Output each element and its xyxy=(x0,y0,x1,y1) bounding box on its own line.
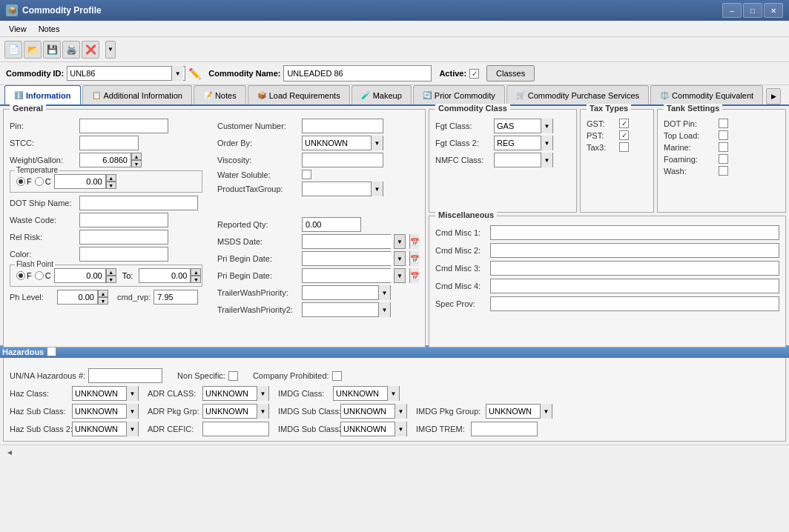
temp-down[interactable]: ▼ xyxy=(106,182,116,189)
flash-c-radio[interactable]: C xyxy=(35,271,51,280)
classes-button[interactable]: Classes xyxy=(486,65,535,82)
adr-pkg-grp-combo[interactable]: UNKNOWN ▼ xyxy=(202,404,269,419)
tab-commodity-purchase[interactable]: 🛒 Commodity Purchase Services xyxy=(506,85,649,104)
flash-to-up[interactable]: ▲ xyxy=(191,268,201,276)
wash-checkbox[interactable] xyxy=(719,166,728,176)
minimize-button[interactable]: – xyxy=(722,3,742,18)
msds-date-cal-btn[interactable]: 📅 xyxy=(409,234,419,249)
pri-begin-date1-cal-btn[interactable]: 📅 xyxy=(409,251,419,266)
commodity-name-input[interactable] xyxy=(283,65,432,82)
tab-notes[interactable]: 📝 Notes xyxy=(194,85,246,104)
status-arrow[interactable]: ◄ xyxy=(6,448,13,456)
new-button[interactable]: 📄 xyxy=(4,41,22,59)
dot-ship-name-input[interactable] xyxy=(79,196,198,210)
flash-to-down[interactable]: ▼ xyxy=(191,276,201,283)
spec-prov-input[interactable] xyxy=(490,296,779,311)
msds-date-picker[interactable]: 📅 xyxy=(302,234,391,249)
adr-class-combo[interactable]: UNKNOWN ▼ xyxy=(202,386,269,401)
top-load-checkbox[interactable] xyxy=(719,130,728,140)
cmd-misc2-input[interactable] xyxy=(490,243,779,258)
commodity-id-input[interactable] xyxy=(67,67,171,80)
pri-begin-date2-cal-btn[interactable]: 📅 xyxy=(409,268,419,283)
print-button[interactable]: 🖨️ xyxy=(62,41,80,59)
tab-load-requirements[interactable]: 📦 Load Requirements xyxy=(248,85,350,104)
active-checkbox[interactable] xyxy=(469,69,479,79)
imgd-trem-input[interactable] xyxy=(471,422,538,436)
nmfc-class-combo[interactable]: ▼ xyxy=(494,153,553,167)
ph-up[interactable]: ▲ xyxy=(98,290,108,297)
trailer-wash-priority2-combo[interactable]: ▼ xyxy=(302,302,391,317)
haz-sub-class2-btn[interactable]: ▼ xyxy=(126,422,138,436)
haz-class-btn[interactable]: ▼ xyxy=(126,386,138,401)
customer-number-input[interactable] xyxy=(302,119,383,133)
tab-information[interactable]: ℹ️ Information xyxy=(4,85,81,104)
ph-down[interactable]: ▼ xyxy=(98,297,108,305)
dot-pin-checkbox[interactable] xyxy=(719,119,728,128)
water-soluble-checkbox[interactable] xyxy=(302,170,311,179)
imdg-sub-class2-btn[interactable]: ▼ xyxy=(394,422,406,436)
un-na-input[interactable] xyxy=(88,368,162,383)
pin-input[interactable] xyxy=(79,119,168,133)
tax3-checkbox[interactable] xyxy=(619,142,629,152)
tab-commodity-equivalent[interactable]: ⚖️ Commodity Equivalent xyxy=(650,85,763,104)
menu-view[interactable]: View xyxy=(3,23,33,35)
pencil-icon[interactable]: ✏️ xyxy=(188,67,201,79)
weight-gallon-input[interactable] xyxy=(79,153,131,167)
delete-button[interactable]: ❌ xyxy=(82,41,99,59)
flash-from-down[interactable]: ▼ xyxy=(106,276,116,283)
cmd-rvp-input[interactable] xyxy=(153,290,198,305)
flash-from-up[interactable]: ▲ xyxy=(106,268,116,276)
nmfc-class-btn[interactable]: ▼ xyxy=(541,153,552,167)
cmd-misc4-input[interactable] xyxy=(490,279,779,293)
open-button[interactable]: 📂 xyxy=(24,41,42,59)
viscosity-input[interactable] xyxy=(302,153,383,167)
tabs-more-button[interactable]: ▶ xyxy=(766,88,781,104)
commodity-id-dropdown-btn[interactable]: ▼ xyxy=(171,66,183,81)
close-button[interactable]: ✕ xyxy=(764,3,783,18)
commodity-id-combo[interactable]: ▼ xyxy=(67,66,185,81)
temp-input[interactable] xyxy=(54,174,106,189)
reported-qty-input[interactable] xyxy=(302,217,361,232)
tab-prior-commodity[interactable]: 🔄 Prior Commodity xyxy=(413,85,505,104)
pri-begin-date2-picker[interactable]: 📅 xyxy=(302,268,391,283)
waste-code-input[interactable] xyxy=(79,213,168,227)
menu-notes[interactable]: Notes xyxy=(33,23,66,35)
gst-checkbox[interactable] xyxy=(619,119,629,128)
imdg-class-btn[interactable]: ▼ xyxy=(387,386,399,401)
stcc-input[interactable] xyxy=(79,136,139,150)
trailer-wash-priority-btn[interactable]: ▼ xyxy=(378,285,390,300)
haz-class-combo[interactable]: UNKNOWN ▼ xyxy=(72,386,139,401)
hazardous-checkbox[interactable] xyxy=(47,347,56,356)
marine-checkbox[interactable] xyxy=(719,142,728,152)
trailer-wash-priority2-btn[interactable]: ▼ xyxy=(378,302,390,317)
company-prohibited-checkbox[interactable] xyxy=(332,371,342,381)
msds-date-dropdown-btn[interactable]: ▼ xyxy=(394,234,406,249)
pri-begin-date2-dropdown-btn[interactable]: ▼ xyxy=(394,268,406,283)
color-input[interactable] xyxy=(79,247,168,262)
maximize-button[interactable]: □ xyxy=(743,3,762,18)
foaming-checkbox[interactable] xyxy=(719,154,728,164)
pst-checkbox[interactable] xyxy=(619,130,629,140)
order-by-dropdown-btn[interactable]: ▼ xyxy=(371,136,383,150)
pri-begin-date1-picker[interactable]: 📅 xyxy=(302,251,391,266)
rel-risk-input[interactable] xyxy=(79,230,168,245)
adr-pkg-grp-btn[interactable]: ▼ xyxy=(257,404,268,419)
pri-begin-date1-dropdown-btn[interactable]: ▼ xyxy=(394,251,406,266)
tab-makeup[interactable]: 🧪 Makeup xyxy=(351,85,412,104)
haz-sub-class-combo[interactable]: UNKNOWN ▼ xyxy=(72,404,139,419)
product-tax-group-combo[interactable]: ▼ xyxy=(302,182,383,196)
temp-c-radio[interactable]: C xyxy=(35,177,51,186)
flash-f-radio[interactable]: F xyxy=(16,271,32,280)
cmd-misc3-input[interactable] xyxy=(490,261,779,276)
imdg-pkg-group-btn[interactable]: ▼ xyxy=(540,404,552,419)
adr-cefic-input[interactable] xyxy=(202,422,269,436)
toolbar-more-arrow[interactable]: ▼ xyxy=(105,41,116,59)
product-tax-group-btn[interactable]: ▼ xyxy=(371,182,383,196)
adr-class-btn[interactable]: ▼ xyxy=(257,386,268,401)
fgt-class-combo[interactable]: GAS ▼ xyxy=(494,119,553,133)
imdg-class-combo[interactable]: UNKNOWN ▼ xyxy=(333,386,400,401)
flash-to-input[interactable] xyxy=(139,268,191,283)
fgt-class2-btn[interactable]: ▼ xyxy=(541,136,552,150)
ph-input[interactable] xyxy=(57,290,98,305)
fgt-class-btn[interactable]: ▼ xyxy=(541,119,552,133)
